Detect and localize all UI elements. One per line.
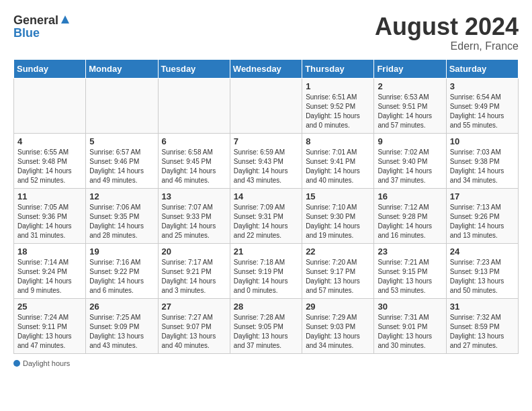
calendar-cell: 5Sunrise: 6:57 AM Sunset: 9:46 PM Daylig… (86, 133, 158, 188)
calendar-cell: 18Sunrise: 7:14 AM Sunset: 9:24 PM Dayli… (14, 243, 86, 298)
calendar-week-row: 11Sunrise: 7:05 AM Sunset: 9:36 PM Dayli… (14, 188, 519, 243)
calendar-cell (14, 78, 86, 133)
day-number: 27 (162, 302, 226, 312)
calendar-cell: 15Sunrise: 7:10 AM Sunset: 9:30 PM Dayli… (302, 188, 374, 243)
day-number: 21 (234, 246, 298, 257)
day-number: 24 (450, 246, 515, 257)
day-number: 5 (89, 136, 154, 146)
day-detail: Sunrise: 7:03 AM Sunset: 9:38 PM Dayligh… (450, 148, 504, 184)
calendar-cell: 20Sunrise: 7:17 AM Sunset: 9:21 PM Dayli… (158, 243, 230, 298)
day-number: 29 (306, 302, 370, 312)
day-detail: Sunrise: 7:16 AM Sunset: 9:22 PM Dayligh… (89, 259, 144, 294)
calendar-week-row: 18Sunrise: 7:14 AM Sunset: 9:24 PM Dayli… (14, 243, 519, 298)
day-detail: Sunrise: 7:25 AM Sunset: 9:09 PM Dayligh… (89, 314, 144, 349)
day-detail: Sunrise: 6:57 AM Sunset: 9:46 PM Dayligh… (89, 148, 144, 184)
day-detail: Sunrise: 7:09 AM Sunset: 9:31 PM Dayligh… (234, 203, 288, 239)
day-detail: Sunrise: 7:01 AM Sunset: 9:41 PM Dayligh… (306, 148, 360, 184)
day-number: 26 (89, 302, 154, 312)
day-detail: Sunrise: 6:58 AM Sunset: 9:45 PM Dayligh… (162, 148, 216, 184)
day-detail: Sunrise: 7:27 AM Sunset: 9:07 PM Dayligh… (162, 314, 216, 349)
calendar-cell: 6Sunrise: 6:58 AM Sunset: 9:45 PM Daylig… (158, 133, 230, 188)
calendar-week-row: 25Sunrise: 7:24 AM Sunset: 9:11 PM Dayli… (14, 298, 519, 353)
day-number: 4 (17, 136, 82, 146)
calendar-cell: 11Sunrise: 7:05 AM Sunset: 9:36 PM Dayli… (14, 188, 86, 243)
calendar-week-row: 1Sunrise: 6:51 AM Sunset: 9:52 PM Daylig… (14, 78, 519, 133)
day-number: 22 (306, 246, 370, 257)
day-number: 12 (89, 191, 154, 201)
calendar-cell (86, 78, 158, 133)
calendar-cell: 29Sunrise: 7:29 AM Sunset: 9:03 PM Dayli… (302, 298, 374, 353)
day-detail: Sunrise: 7:20 AM Sunset: 9:17 PM Dayligh… (306, 259, 360, 294)
day-of-week-header: Thursday (302, 59, 374, 78)
calendar-cell: 25Sunrise: 7:24 AM Sunset: 9:11 PM Dayli… (14, 298, 86, 353)
day-number: 3 (450, 81, 515, 91)
day-number: 11 (17, 191, 82, 201)
calendar-cell: 3Sunrise: 6:54 AM Sunset: 9:49 PM Daylig… (446, 78, 518, 133)
calendar-week-row: 4Sunrise: 6:55 AM Sunset: 9:48 PM Daylig… (14, 133, 519, 188)
day-detail: Sunrise: 7:05 AM Sunset: 9:36 PM Dayligh… (17, 203, 72, 239)
day-detail: Sunrise: 7:17 AM Sunset: 9:21 PM Dayligh… (162, 259, 216, 294)
calendar-cell: 16Sunrise: 7:12 AM Sunset: 9:28 PM Dayli… (374, 188, 446, 243)
calendar-footer: Daylight hours (13, 359, 519, 367)
calendar-table: SundayMondayTuesdayWednesdayThursdayFrid… (13, 59, 519, 354)
day-of-week-header: Friday (374, 59, 446, 78)
day-number: 10 (450, 136, 515, 146)
calendar-header-row: SundayMondayTuesdayWednesdayThursdayFrid… (14, 59, 519, 78)
day-detail: Sunrise: 7:28 AM Sunset: 9:05 PM Dayligh… (234, 314, 288, 349)
day-number: 23 (378, 246, 442, 257)
day-number: 7 (234, 136, 298, 146)
day-of-week-header: Saturday (446, 59, 518, 78)
calendar-cell: 21Sunrise: 7:18 AM Sunset: 9:19 PM Dayli… (230, 243, 302, 298)
calendar-cell: 30Sunrise: 7:31 AM Sunset: 9:01 PM Dayli… (374, 298, 446, 353)
title-block: August 2024 Edern, France (375, 13, 519, 52)
day-of-week-header: Wednesday (230, 59, 302, 78)
calendar-cell: 14Sunrise: 7:09 AM Sunset: 9:31 PM Dayli… (230, 188, 302, 243)
calendar-cell: 2Sunrise: 6:53 AM Sunset: 9:51 PM Daylig… (374, 78, 446, 133)
daylight-dot-icon (13, 360, 20, 367)
calendar-cell: 27Sunrise: 7:27 AM Sunset: 9:07 PM Dayli… (158, 298, 230, 353)
day-of-week-header: Tuesday (158, 59, 230, 78)
calendar-cell: 17Sunrise: 7:13 AM Sunset: 9:26 PM Dayli… (446, 188, 518, 243)
day-detail: Sunrise: 6:59 AM Sunset: 9:43 PM Dayligh… (234, 148, 288, 184)
day-number: 19 (89, 246, 154, 257)
footer-label: Daylight hours (23, 359, 70, 367)
calendar-cell: 12Sunrise: 7:06 AM Sunset: 9:35 PM Dayli… (86, 188, 158, 243)
day-detail: Sunrise: 7:13 AM Sunset: 9:26 PM Dayligh… (450, 203, 504, 239)
calendar-cell: 13Sunrise: 7:07 AM Sunset: 9:33 PM Dayli… (158, 188, 230, 243)
calendar-cell: 24Sunrise: 7:23 AM Sunset: 9:13 PM Dayli… (446, 243, 518, 298)
day-detail: Sunrise: 7:23 AM Sunset: 9:13 PM Dayligh… (450, 259, 504, 294)
day-detail: Sunrise: 7:18 AM Sunset: 9:19 PM Dayligh… (234, 259, 288, 294)
day-number: 17 (450, 191, 515, 201)
day-detail: Sunrise: 7:02 AM Sunset: 9:40 PM Dayligh… (378, 148, 432, 184)
day-number: 20 (162, 246, 226, 257)
day-detail: Sunrise: 7:31 AM Sunset: 9:01 PM Dayligh… (378, 314, 432, 349)
calendar-cell: 4Sunrise: 6:55 AM Sunset: 9:48 PM Daylig… (14, 133, 86, 188)
day-number: 13 (162, 191, 226, 201)
logo: General Blue (13, 13, 71, 40)
day-number: 1 (306, 81, 370, 91)
day-detail: Sunrise: 6:53 AM Sunset: 9:51 PM Dayligh… (378, 93, 432, 129)
location-subtitle: Edern, France (375, 40, 519, 52)
day-number: 14 (234, 191, 298, 201)
svg-marker-0 (61, 15, 69, 24)
calendar-cell: 31Sunrise: 7:32 AM Sunset: 8:59 PM Dayli… (446, 298, 518, 353)
day-detail: Sunrise: 6:54 AM Sunset: 9:49 PM Dayligh… (450, 93, 504, 129)
day-detail: Sunrise: 7:06 AM Sunset: 9:35 PM Dayligh… (89, 203, 144, 239)
day-number: 18 (17, 246, 82, 257)
day-number: 9 (378, 136, 442, 146)
day-detail: Sunrise: 7:12 AM Sunset: 9:28 PM Dayligh… (378, 203, 432, 239)
day-number: 31 (450, 302, 515, 312)
day-number: 30 (378, 302, 442, 312)
day-number: 8 (306, 136, 370, 146)
calendar-cell: 7Sunrise: 6:59 AM Sunset: 9:43 PM Daylig… (230, 133, 302, 188)
calendar-cell: 1Sunrise: 6:51 AM Sunset: 9:52 PM Daylig… (302, 78, 374, 133)
day-of-week-header: Monday (86, 59, 158, 78)
calendar-cell: 23Sunrise: 7:21 AM Sunset: 9:15 PM Dayli… (374, 243, 446, 298)
day-detail: Sunrise: 7:14 AM Sunset: 9:24 PM Dayligh… (17, 259, 72, 294)
logo-general-text: General (13, 13, 58, 28)
day-number: 6 (162, 136, 226, 146)
day-detail: Sunrise: 7:29 AM Sunset: 9:03 PM Dayligh… (306, 314, 360, 349)
day-detail: Sunrise: 7:24 AM Sunset: 9:11 PM Dayligh… (17, 314, 72, 349)
logo-blue-text: Blue (13, 26, 40, 40)
calendar-cell (158, 78, 230, 133)
